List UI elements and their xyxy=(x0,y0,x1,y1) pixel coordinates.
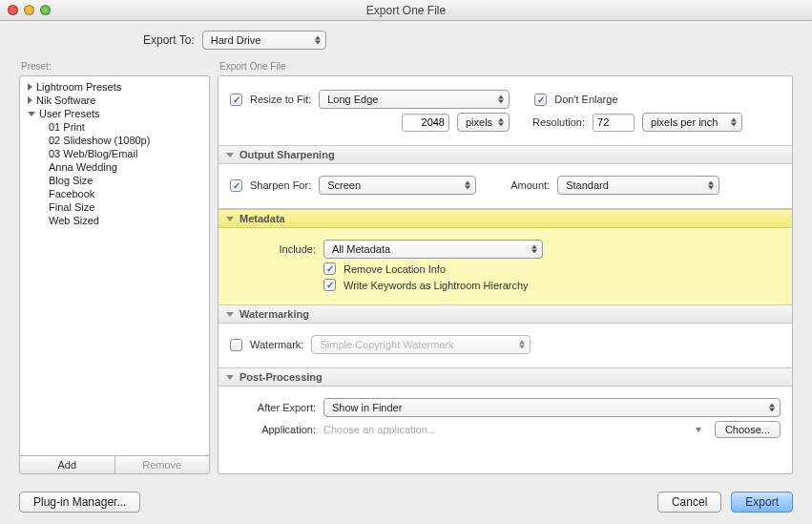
resize-mode-select[interactable]: Long Edge xyxy=(319,90,510,109)
preset-item[interactable]: Blog Size xyxy=(20,174,209,187)
preset-item[interactable]: 01 Print xyxy=(20,120,209,134)
settings-panels: ✓ Resize to Fit: Long Edge ✓ Don't Enlar… xyxy=(218,75,793,474)
chevron-updown-icon xyxy=(498,95,504,104)
dimension-unit-value: pixels xyxy=(466,116,492,128)
resize-checkbox[interactable]: ✓ xyxy=(230,94,242,106)
post-title: Post-Processing xyxy=(239,371,323,383)
dont-enlarge-checkbox[interactable]: ✓ xyxy=(534,94,547,106)
preset-group[interactable]: Nik Software xyxy=(20,94,209,107)
chevron-updown-icon xyxy=(315,36,321,45)
preset-item[interactable]: 03 Web/Blog/Email xyxy=(20,147,209,160)
resolution-unit-select[interactable]: pixels per inch xyxy=(642,113,742,132)
metadata-panel: Metadata Include: All Metadata ✓ R xyxy=(219,209,792,305)
remove-location-label: Remove Location Info xyxy=(344,263,446,275)
sharpening-panel: Output Sharpening ✓ Sharpen For: Screen … xyxy=(219,146,792,209)
preset-list[interactable]: Lightroom Presets Nik Software User Pres… xyxy=(19,75,210,456)
after-export-select[interactable]: Show in Finder xyxy=(323,398,781,417)
preset-group[interactable]: User Presets xyxy=(20,107,209,120)
sharpen-for-value: Screen xyxy=(327,179,361,191)
sharpen-for-label: Sharpen For: xyxy=(250,179,311,191)
include-value: All Metadata xyxy=(332,243,390,255)
chevron-updown-icon xyxy=(769,404,775,412)
chevron-updown-icon xyxy=(531,245,537,254)
watermark-header[interactable]: Watermarking xyxy=(219,305,792,324)
amount-label: Amount: xyxy=(510,179,550,191)
preset-group-label: User Presets xyxy=(39,108,100,119)
amount-value: Standard xyxy=(566,179,609,191)
dimension-unit-select[interactable]: pixels xyxy=(457,113,510,132)
choose-button[interactable]: Choose... xyxy=(715,421,781,438)
include-select[interactable]: All Metadata xyxy=(323,240,543,259)
amount-select[interactable]: Standard xyxy=(557,176,719,195)
preset-group-label: Nik Software xyxy=(36,94,95,106)
metadata-title: Metadata xyxy=(239,213,285,224)
watermark-checkbox[interactable]: ✓ xyxy=(230,339,242,351)
preset-item[interactable]: Final Size xyxy=(20,200,209,214)
after-export-label: After Export: xyxy=(230,402,316,413)
write-keywords-checkbox[interactable]: ✓ xyxy=(323,279,336,291)
watermark-label: Watermark: xyxy=(250,339,303,350)
preset-group-label: Lightroom Presets xyxy=(36,81,121,93)
disclosure-down-icon xyxy=(226,312,234,317)
sharpen-for-select[interactable]: Screen xyxy=(319,176,476,195)
sharpen-checkbox[interactable]: ✓ xyxy=(230,179,242,192)
preset-item[interactable]: Facebook xyxy=(20,187,209,200)
remove-preset-button[interactable]: Remove xyxy=(115,456,210,473)
chevron-down-icon[interactable] xyxy=(696,428,701,432)
application-placeholder: Choose an application... xyxy=(323,424,688,435)
chevron-updown-icon xyxy=(708,181,714,190)
chevron-updown-icon xyxy=(465,181,470,190)
post-processing-panel: Post-Processing After Export: Show in Fi… xyxy=(219,368,792,451)
resize-mode-value: Long Edge xyxy=(327,94,378,105)
plugin-manager-button[interactable]: Plug-in Manager... xyxy=(19,492,140,513)
chevron-updown-icon xyxy=(498,118,504,127)
minimize-icon[interactable] xyxy=(24,5,34,15)
include-label: Include: xyxy=(230,243,316,255)
export-to-label: Export To: xyxy=(143,33,195,47)
resolution-label: Resolution: xyxy=(532,116,585,128)
chevron-updown-icon xyxy=(731,118,737,127)
watermark-select[interactable]: Simple Copyright Watermark xyxy=(311,335,531,354)
preset-item[interactable]: Anna Wedding xyxy=(20,160,209,174)
export-to-value: Hard Drive xyxy=(211,34,261,46)
disclosure-down-icon xyxy=(226,375,234,380)
after-export-value: Show in Finder xyxy=(332,402,402,413)
preset-group[interactable]: Lightroom Presets xyxy=(20,80,209,94)
export-button[interactable]: Export xyxy=(731,492,793,513)
titlebar: Export One File xyxy=(0,0,812,21)
disclosure-down-icon xyxy=(226,153,234,157)
close-icon[interactable] xyxy=(8,5,18,15)
watermark-value: Simple Copyright Watermark xyxy=(320,339,453,350)
metadata-header[interactable]: Metadata xyxy=(219,209,792,228)
window-title: Export One File xyxy=(0,4,812,17)
export-to-select[interactable]: Hard Drive xyxy=(202,31,326,50)
right-column-label: Export One File xyxy=(218,59,793,75)
resolution-input[interactable] xyxy=(593,114,635,132)
preset-column-label: Preset: xyxy=(19,59,210,75)
watermark-panel: Watermarking ✓ Watermark: Simple Copyrig… xyxy=(219,305,792,368)
watermark-title: Watermarking xyxy=(239,308,309,320)
image-sizing-panel: ✓ Resize to Fit: Long Edge ✓ Don't Enlar… xyxy=(219,76,792,146)
cancel-button[interactable]: Cancel xyxy=(657,492,721,513)
disclosure-right-icon xyxy=(28,83,32,91)
zoom-icon[interactable] xyxy=(40,5,51,15)
post-header[interactable]: Post-Processing xyxy=(219,368,792,387)
dont-enlarge-label: Don't Enlarge xyxy=(554,94,617,105)
disclosure-down-icon xyxy=(28,112,35,116)
remove-location-checkbox[interactable]: ✓ xyxy=(323,262,336,275)
preset-item[interactable]: 02 Slideshow (1080p) xyxy=(20,134,209,147)
resize-label: Resize to Fit: xyxy=(250,94,311,105)
add-preset-button[interactable]: Add xyxy=(20,456,115,473)
write-keywords-label: Write Keywords as Lightroom Hierarchy xyxy=(344,280,529,291)
disclosure-down-icon xyxy=(226,217,234,221)
sharpening-header[interactable]: Output Sharpening xyxy=(219,146,792,164)
disclosure-right-icon xyxy=(28,96,32,104)
resolution-unit-value: pixels per inch xyxy=(651,116,718,128)
preset-item[interactable]: Web Sized xyxy=(20,214,209,227)
dimension-input[interactable] xyxy=(402,114,449,132)
chevron-updown-icon xyxy=(519,341,525,349)
sharpening-title: Output Sharpening xyxy=(239,149,335,160)
application-label: Application: xyxy=(230,424,316,435)
